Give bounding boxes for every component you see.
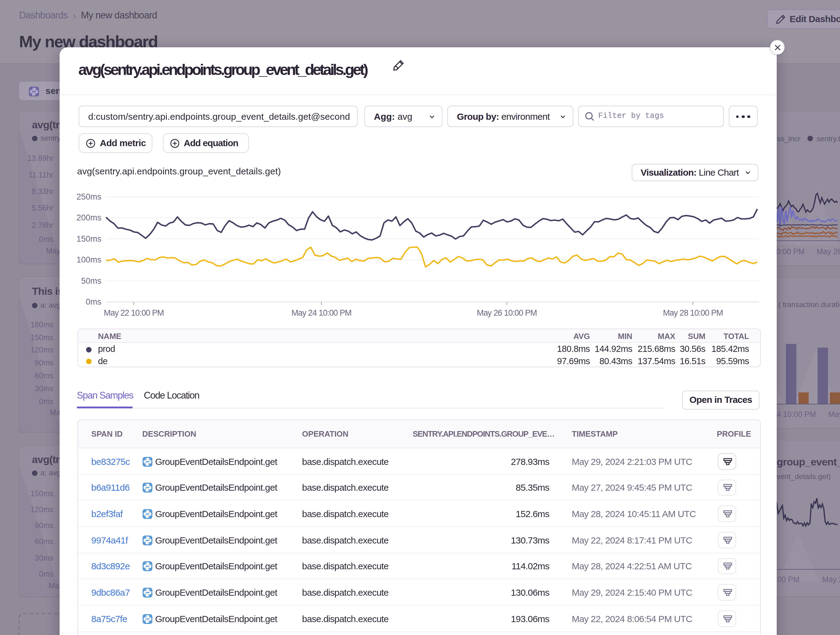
- svg-text:May 24 10:00 PM: May 24 10:00 PM: [291, 308, 351, 317]
- svg-text:0ms: 0ms: [85, 297, 101, 306]
- svg-text:150ms: 150ms: [76, 234, 101, 244]
- svg-text:May 22 10:00 PM: May 22 10:00 PM: [104, 308, 163, 317]
- svg-text:100ms: 100ms: [76, 255, 101, 265]
- svg-text:50ms: 50ms: [81, 276, 101, 285]
- svg-text:250ms: 250ms: [76, 192, 101, 202]
- svg-text:May 26 10:00 PM: May 26 10:00 PM: [477, 308, 537, 317]
- svg-text:200ms: 200ms: [76, 213, 101, 222]
- svg-text:May 28 10:00 PM: May 28 10:00 PM: [663, 308, 723, 317]
